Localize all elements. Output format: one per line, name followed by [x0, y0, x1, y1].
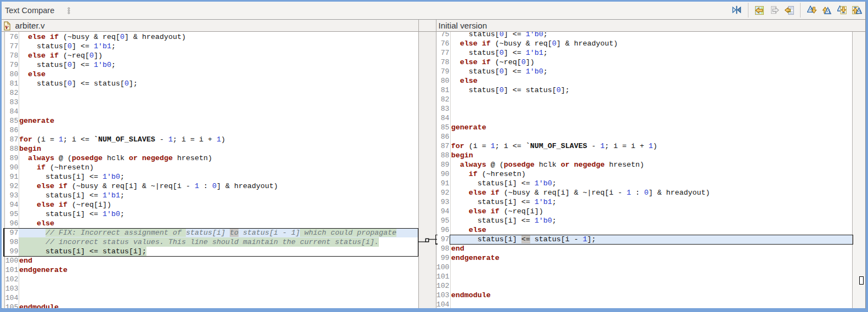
svg-text:v: v [5, 22, 8, 31]
